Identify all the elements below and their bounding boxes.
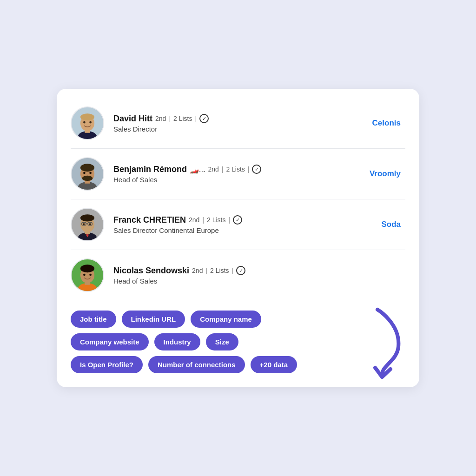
person-title: Sales Director Continental Europe	[113, 226, 381, 234]
lists-badge: 2 Lists	[226, 165, 245, 173]
verified-icon: ✓	[233, 215, 242, 225]
degree-badge: 2nd	[208, 165, 218, 173]
data-tag[interactable]: Number of connections	[148, 356, 245, 373]
svg-point-25	[89, 223, 91, 225]
lists-badge: 2 Lists	[207, 216, 225, 224]
person-degree: 2nd | 2 Lists | ✓	[155, 114, 209, 123]
svg-point-31	[83, 274, 86, 276]
tags-row-2: Company websiteIndustrySize	[71, 333, 405, 350]
data-tag[interactable]: Company website	[71, 333, 149, 350]
divider: |	[202, 216, 204, 224]
person-degree: 2nd | 2 Lists | ✓	[208, 165, 261, 174]
emoji-icon: 🏎️...	[190, 165, 205, 174]
svg-point-5	[83, 121, 86, 124]
data-tag[interactable]: Linkedin URL	[122, 311, 185, 328]
svg-point-11	[80, 164, 94, 172]
divider: |	[248, 165, 250, 173]
divider: |	[232, 267, 234, 274]
person-row: David Hitt 2nd | 2 Lists | ✓ Sales Direc…	[71, 98, 405, 149]
arrow-container	[368, 311, 410, 373]
tags-row-3: Is Open Profile?Number of connections+20…	[71, 356, 405, 373]
divider: |	[195, 115, 197, 122]
person-row: Franck CHRETIEN 2nd | 2 Lists | ✓ Sales …	[71, 199, 405, 250]
person-name: Benjamin Rémond	[113, 165, 187, 174]
person-name: David Hitt	[113, 114, 152, 124]
verified-icon: ✓	[252, 165, 261, 174]
person-name: Nicolas Sendowski	[113, 266, 189, 276]
main-card: David Hitt 2nd | 2 Lists | ✓ Sales Direc…	[57, 89, 419, 387]
avatar	[71, 258, 104, 292]
company-link[interactable]: Vroomly	[370, 169, 401, 178]
degree-badge: 2nd	[192, 267, 203, 274]
person-name-line: Franck CHRETIEN 2nd | 2 Lists | ✓	[113, 215, 381, 225]
data-tag[interactable]: Job title	[71, 311, 116, 328]
data-tag[interactable]: Industry	[154, 333, 200, 350]
avatar	[71, 157, 104, 191]
person-title: Head of Sales	[113, 277, 405, 285]
person-row: Nicolas Sendowski 2nd | 2 Lists | ✓ Head…	[71, 250, 405, 300]
svg-point-20	[80, 214, 94, 221]
data-tag[interactable]: Is Open Profile?	[71, 356, 143, 373]
person-degree: 2nd | 2 Lists | ✓	[189, 215, 242, 225]
person-info: Benjamin Rémond 🏎️... 2nd | 2 Lists | ✓ …	[113, 165, 370, 184]
person-info: David Hitt 2nd | 2 Lists | ✓ Sales Direc…	[113, 114, 372, 133]
svg-point-32	[89, 274, 92, 276]
tags-row-1: Job titleLinkedin URLCompany name	[71, 311, 405, 328]
data-tag[interactable]: +20 data	[251, 356, 297, 373]
avatar	[71, 208, 104, 241]
svg-point-4	[80, 113, 94, 120]
svg-point-12	[82, 176, 93, 181]
avatar	[71, 106, 104, 140]
person-name-line: Nicolas Sendowski 2nd | 2 Lists | ✓	[113, 266, 405, 276]
divider: |	[169, 115, 171, 122]
svg-point-30	[80, 264, 94, 272]
person-name: Franck CHRETIEN	[113, 215, 186, 225]
svg-point-14	[89, 172, 92, 174]
lists-badge: 2 Lists	[173, 115, 192, 122]
divider: |	[222, 165, 224, 173]
svg-point-13	[83, 172, 86, 174]
data-tag[interactable]: Company name	[191, 311, 261, 328]
person-info: Franck CHRETIEN 2nd | 2 Lists | ✓ Sales …	[113, 215, 381, 234]
person-info: Nicolas Sendowski 2nd | 2 Lists | ✓ Head…	[113, 266, 405, 285]
person-row: Benjamin Rémond 🏎️... 2nd | 2 Lists | ✓ …	[71, 149, 405, 199]
data-tag[interactable]: Size	[206, 333, 238, 350]
verified-icon: ✓	[199, 114, 209, 123]
svg-point-24	[83, 223, 85, 225]
person-title: Sales Director	[113, 125, 372, 133]
person-name-line: David Hitt 2nd | 2 Lists | ✓	[113, 114, 372, 124]
tags-section: Job titleLinkedin URLCompany name Compan…	[71, 311, 405, 373]
divider: |	[205, 267, 207, 274]
person-title: Head of Sales	[113, 176, 370, 184]
lists-badge: 2 Lists	[210, 267, 229, 274]
verified-icon: ✓	[236, 266, 245, 275]
arrow-icon	[368, 305, 410, 379]
person-degree: 2nd | 2 Lists | ✓	[192, 266, 245, 275]
svg-point-6	[89, 121, 92, 124]
company-link[interactable]: Soda	[381, 220, 401, 229]
degree-badge: 2nd	[155, 115, 166, 122]
degree-badge: 2nd	[189, 216, 199, 224]
company-link[interactable]: Celonis	[372, 119, 401, 128]
person-name-line: Benjamin Rémond 🏎️... 2nd | 2 Lists | ✓	[113, 165, 370, 174]
divider: |	[229, 216, 231, 224]
